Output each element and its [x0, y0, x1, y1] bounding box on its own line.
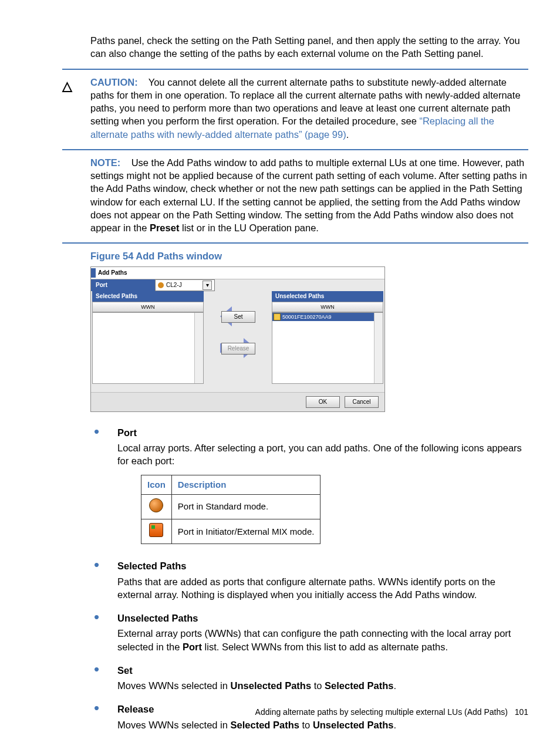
port-external-icon: [274, 313, 281, 320]
unselected-paths-list[interactable]: 50001FE100270AA9: [272, 312, 383, 384]
caution-block: △ CAUTION: You cannot delete all the cur…: [62, 76, 528, 141]
td-desc: Port in Standard mode.: [171, 494, 321, 519]
page-footer: Adding alternate paths by selecting mult…: [0, 707, 528, 718]
bullet-set-desc: Moves WWNs selected in Unselected Paths …: [117, 679, 528, 692]
bullet-icon: •: [90, 559, 117, 608]
bullet-unselected-desc: External array ports (WWNs) that can con…: [117, 627, 528, 653]
figure-title: Figure 54 Add Paths window: [90, 249, 528, 262]
wwn-entry: 50001FE100270AA9: [282, 313, 332, 320]
wwn-header: WWN: [92, 302, 204, 312]
note-paragraph: NOTE: Use the Add Paths window to add pa…: [90, 156, 528, 235]
port-dropdown[interactable]: CL2-J ▾: [155, 279, 215, 291]
scrollbar[interactable]: [374, 313, 383, 383]
port-label: Port: [91, 279, 155, 291]
bullet-set-head: Set: [117, 664, 528, 677]
table-row: Port in Initiator/External MIX mode.: [141, 519, 321, 544]
selected-paths-header: Selected Paths: [92, 291, 204, 302]
port-value: CL2-J: [166, 281, 182, 289]
bullet-icon: •: [90, 664, 117, 700]
cancel-button[interactable]: Cancel: [345, 396, 379, 408]
chevron-down-icon[interactable]: ▾: [203, 281, 212, 290]
note-text-a: Use the Add Paths window to add paths to…: [90, 157, 527, 233]
bullet-unselected-head: Unselected Paths: [117, 612, 528, 625]
bullet-icon: •: [90, 426, 117, 556]
bullet-port-head: Port: [117, 426, 528, 439]
selected-paths-list[interactable]: [92, 312, 204, 384]
ok-button[interactable]: OK: [306, 396, 340, 408]
scrollbar[interactable]: [194, 313, 203, 383]
bullet-icon: •: [90, 612, 117, 660]
divider: [62, 149, 528, 150]
release-button[interactable]: Release: [221, 343, 255, 355]
caution-after: .: [346, 129, 349, 140]
note-label: NOTE:: [90, 157, 120, 168]
unselected-paths-header: Unselected Paths: [272, 291, 383, 302]
bullet-port-desc: Local array ports. After selecting a por…: [117, 441, 528, 468]
set-button[interactable]: Set: [221, 311, 255, 323]
caution-icon: △: [62, 76, 90, 95]
port-external-icon: [149, 523, 163, 537]
td-desc: Port in Initiator/External MIX mode.: [171, 519, 321, 544]
icon-table: Icon Description Port in Standard mode. …: [141, 475, 321, 545]
bullet-release-desc: Moves WWNs selected in Selected Paths to…: [117, 718, 528, 731]
port-standard-icon: [149, 498, 163, 512]
list-item[interactable]: 50001FE100270AA9: [272, 313, 383, 321]
wwn-header: WWN: [272, 302, 383, 312]
bullet-selected-desc: Paths that are added as ports that confi…: [117, 575, 528, 602]
window-stripe-icon: [91, 268, 96, 278]
th-icon: Icon: [141, 475, 172, 494]
bullet-selected-head: Selected Paths: [117, 559, 528, 572]
preset-bold: Preset: [150, 222, 179, 233]
divider: [62, 242, 528, 244]
divider: [62, 69, 528, 70]
caution-label: CAUTION:: [90, 77, 138, 87]
intro-paragraph: Paths panel, check the setting on the Pa…: [90, 34, 528, 60]
note-text-b: list or in the LU Operation pane.: [179, 222, 319, 233]
th-desc: Description: [171, 475, 321, 494]
port-standard-icon: [158, 282, 164, 288]
table-row: Port in Standard mode.: [141, 494, 321, 519]
window-title: Add Paths: [98, 269, 127, 277]
add-paths-screenshot: Add Paths Port CL2-J ▾ Selected Paths WW…: [90, 266, 385, 412]
